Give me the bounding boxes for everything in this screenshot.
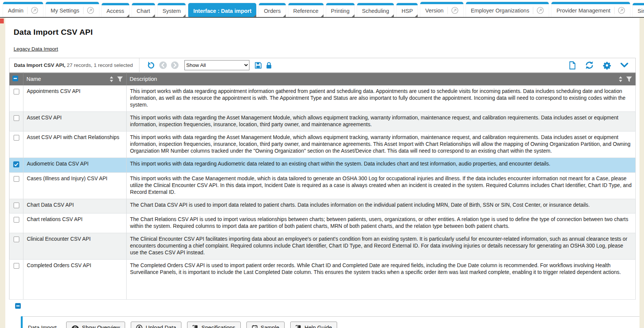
row-checkbox-cell	[9, 213, 23, 233]
tab-dropdown-fold-icon	[391, 14, 394, 17]
refresh-icon[interactable]	[585, 61, 594, 70]
tab-dropdown-fold-icon	[352, 14, 355, 17]
checkbox-unchecked[interactable]	[14, 89, 19, 94]
toolbar-separator	[139, 58, 139, 72]
checkbox-unchecked[interactable]	[14, 176, 19, 182]
tab-my-settings[interactable]: My Settings	[46, 2, 99, 17]
row-name: Completed Orders CSV API	[23, 259, 127, 299]
tab-provider-management[interactable]: Provider Management	[551, 2, 630, 17]
tab-chart[interactable]: Chart	[132, 3, 155, 17]
row-name: Chart Data CSV API	[23, 199, 127, 213]
select-all-header	[9, 73, 23, 85]
select-all-minus-icon[interactable]	[12, 76, 18, 81]
tab-label: Provider Management	[556, 8, 610, 14]
tab-orders[interactable]: Orders	[259, 3, 285, 17]
tab-label: Interface : Data import	[193, 8, 251, 14]
chevron-down-icon[interactable]	[620, 62, 629, 68]
tab-employer-organizations[interactable]: Employer Organizations	[466, 2, 549, 17]
tab-label: HSP	[401, 8, 413, 14]
page-title: Data Import CSV API	[14, 28, 631, 37]
undo-icon[interactable]	[147, 61, 155, 70]
filter-icon[interactable]	[626, 76, 632, 82]
collapse-section-minus-icon[interactable]	[15, 303, 21, 309]
legacy-data-import-link[interactable]: Legacy Data Import	[14, 46, 58, 52]
row-description: The Clinical Encounter CSV API facilitat…	[127, 233, 636, 259]
tab-interface-data-import[interactable]: Interface : Data import	[188, 3, 256, 17]
book-icon	[296, 325, 302, 328]
button-label: Upload Data	[146, 325, 176, 328]
filter-icon[interactable]	[117, 76, 123, 82]
description-column-header[interactable]: Description	[127, 73, 636, 85]
tab-admin[interactable]: Admin	[3, 2, 43, 17]
specifications-button[interactable]: Specifications	[187, 322, 240, 328]
checkbox-unchecked[interactable]	[14, 237, 19, 242]
row-description: This import works with data regarding th…	[127, 111, 636, 131]
prev-record-icon[interactable]	[159, 61, 167, 69]
gear-icon[interactable]	[603, 61, 611, 70]
tab-similar-exposure-groups-se[interactable]: Similar Exposure Groups (SE	[633, 3, 644, 17]
tab-dropdown-fold-icon	[254, 14, 256, 17]
name-column-header[interactable]: Name	[23, 73, 127, 85]
record-summary: Data Import CSV API, 27 records, 1 recor…	[14, 62, 133, 68]
upload-data-button[interactable]: Upload Data	[131, 322, 181, 328]
table-row: Cases (Illness and Injury) CSV API This …	[9, 172, 636, 199]
new-record-icon[interactable]	[569, 61, 576, 70]
open-external-icon[interactable]	[83, 7, 94, 14]
data-import-table: Name Description Appointments C	[9, 73, 636, 300]
tab-reference[interactable]: Reference	[288, 3, 324, 17]
open-external-icon[interactable]	[447, 7, 458, 14]
sample-button[interactable]: Sample	[246, 322, 285, 328]
detail-panel: Data Import Show OverviewUpload DataSpec…	[21, 316, 640, 328]
open-external-icon[interactable]	[27, 7, 38, 14]
tab-label: Access	[107, 8, 124, 14]
tab-printing[interactable]: Printing	[326, 3, 355, 17]
sort-icon[interactable]	[109, 76, 114, 82]
open-external-icon[interactable]	[614, 7, 625, 14]
lock-icon[interactable]	[266, 62, 272, 69]
calendar-check-icon	[252, 325, 258, 328]
row-checkbox-cell	[9, 199, 23, 213]
right-beige-strip	[639, 18, 644, 328]
toolbar-right-icons	[569, 61, 631, 70]
show-overview-button[interactable]: Show Overview	[66, 322, 125, 328]
tab-scheduling[interactable]: Scheduling	[357, 3, 394, 17]
tab-version[interactable]: Version	[420, 2, 463, 17]
tab-system[interactable]: System	[158, 3, 186, 17]
next-record-icon[interactable]	[171, 61, 179, 69]
row-checkbox-cell	[9, 259, 23, 299]
save-icon[interactable]	[254, 62, 262, 69]
name-column-label: Name	[26, 76, 106, 82]
table-row: Asset CSV API This import works with dat…	[9, 111, 636, 131]
eye-icon	[71, 325, 79, 328]
button-label: Sample	[261, 325, 279, 328]
row-description: This import works with data regarding ap…	[127, 85, 636, 112]
checkbox-unchecked[interactable]	[14, 115, 19, 121]
tab-label: Scheduling	[362, 8, 389, 14]
book-icon	[192, 325, 198, 328]
open-external-icon[interactable]	[533, 7, 544, 14]
grid-title: Data Import CSV API,	[14, 62, 65, 68]
checkbox-unchecked[interactable]	[14, 203, 19, 208]
show-filter-select[interactable]: Show All	[184, 60, 249, 70]
left-beige-strip	[0, 18, 5, 328]
row-name: Asset CSV API with Chart Relationships	[23, 131, 127, 158]
tab-label: Admin	[8, 8, 23, 14]
help-guide-button[interactable]: Help Guide	[290, 322, 337, 328]
checkbox-checked-icon[interactable]	[13, 161, 19, 167]
tab-hsp[interactable]: HSP	[396, 3, 418, 17]
button-label: Help Guide	[305, 325, 332, 328]
tab-dropdown-fold-icon	[152, 14, 155, 17]
red-marker	[0, 19, 4, 23]
sort-icon[interactable]	[618, 76, 623, 82]
row-checkbox-cell	[9, 233, 23, 259]
checkbox-unchecked[interactable]	[14, 263, 19, 269]
row-description: The Chart Relations CSV API is used to i…	[127, 213, 636, 233]
table-header-row: Name Description	[9, 73, 636, 85]
tab-dropdown-fold-icon	[283, 14, 286, 17]
table-row: Completed Orders CSV API The Completed O…	[9, 259, 636, 299]
checkbox-unchecked[interactable]	[14, 217, 19, 223]
grid-toolbar: Data Import CSV API, 27 records, 1 recor…	[9, 58, 636, 73]
checkbox-unchecked[interactable]	[14, 135, 19, 141]
tab-access[interactable]: Access	[102, 3, 129, 17]
table-body: Appointments CSV API This import works w…	[9, 85, 636, 300]
